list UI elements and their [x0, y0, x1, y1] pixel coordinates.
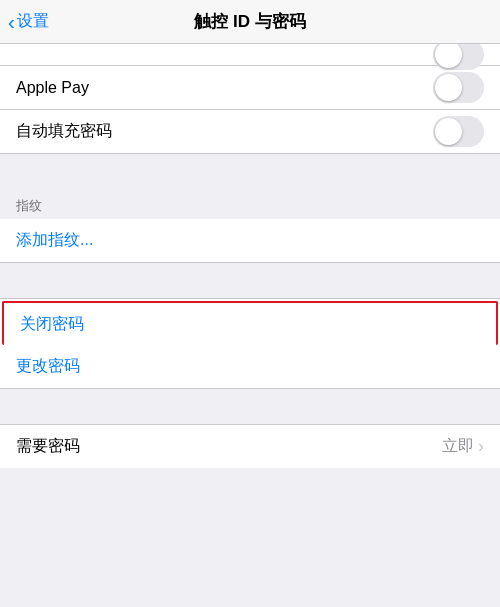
gap-1 — [0, 154, 500, 189]
autofill-label: 自动填充密码 — [16, 121, 112, 142]
turn-off-passcode-row[interactable]: 关闭密码 — [2, 301, 498, 345]
partial-toggle[interactable] — [433, 44, 484, 70]
nav-bar: ‹ 设置 触控 ID 与密码 — [0, 0, 500, 44]
add-fingerprint-row[interactable]: 添加指纹... — [0, 219, 500, 263]
back-chevron-icon: ‹ — [8, 12, 15, 32]
gap-2 — [0, 263, 500, 298]
toggle-knob — [435, 44, 462, 68]
require-passcode-value: 立即 — [442, 436, 474, 457]
autofill-toggle[interactable] — [433, 116, 484, 147]
autofill-toggle-knob — [435, 118, 462, 145]
partial-row — [0, 44, 500, 66]
autofill-row[interactable]: 自动填充密码 — [0, 110, 500, 154]
apple-pay-label: Apple Pay — [16, 79, 89, 97]
add-fingerprint-label: 添加指纹... — [16, 230, 93, 251]
require-passcode-value-group: 立即 › — [442, 436, 484, 457]
change-passcode-label: 更改密码 — [16, 356, 80, 377]
settings-content: Apple Pay 自动填充密码 指纹 添加指纹... 关闭密码 更改密码 需要… — [0, 44, 500, 607]
back-button[interactable]: ‹ 设置 — [8, 11, 49, 32]
require-passcode-label: 需要密码 — [16, 436, 80, 457]
turn-off-passcode-label: 关闭密码 — [20, 314, 84, 335]
fingerprint-section-label: 指纹 — [0, 189, 500, 219]
back-label: 设置 — [17, 11, 49, 32]
require-passcode-row[interactable]: 需要密码 立即 › — [0, 424, 500, 468]
apple-pay-toggle[interactable] — [433, 72, 484, 103]
change-passcode-row[interactable]: 更改密码 — [0, 345, 500, 389]
gap-3 — [0, 389, 500, 424]
page-title: 触控 ID 与密码 — [194, 10, 305, 33]
require-passcode-chevron-icon: › — [478, 436, 484, 457]
apple-pay-toggle-knob — [435, 74, 462, 101]
apple-pay-row[interactable]: Apple Pay — [0, 66, 500, 110]
